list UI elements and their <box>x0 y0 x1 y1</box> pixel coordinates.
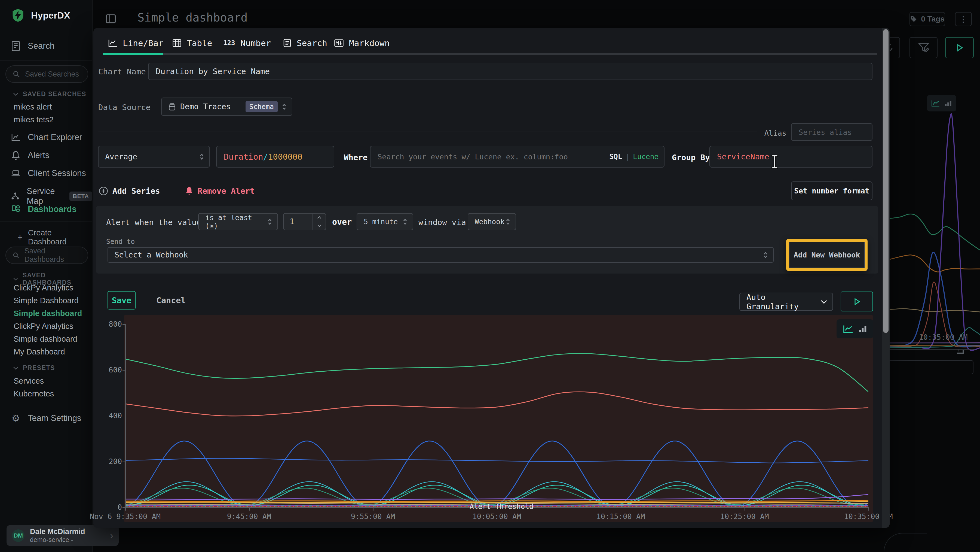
play-icon <box>956 44 964 52</box>
user-subtitle: demo-service - <box>30 536 105 544</box>
alert-threshold-input[interactable] <box>284 214 312 230</box>
dashboard-item-active[interactable]: Simple dashboard <box>14 309 82 318</box>
saved-search-item[interactable]: mikes tets2 <box>14 115 54 124</box>
alert-condition-select[interactable]: is at least (≥) <box>198 213 278 230</box>
saved-searches-header[interactable]: SAVED SEARCHES <box>13 91 86 98</box>
aggregation-select[interactable]: Average <box>98 146 210 168</box>
alias-label: Alias <box>741 129 786 137</box>
line-chart-icon <box>843 325 853 333</box>
data-source-label: Data Source <box>98 103 151 112</box>
set-number-format-button[interactable]: Set number format <box>791 182 872 200</box>
number-icon: 123 <box>223 39 235 47</box>
cancel-button[interactable]: Cancel <box>156 291 186 310</box>
tab-line-bar[interactable]: Line/Bar <box>108 37 163 49</box>
dashboard-item[interactable]: Simple Dashboard <box>14 296 79 305</box>
table-icon <box>173 39 181 48</box>
chart-name-input[interactable] <box>148 63 872 80</box>
background-chart-type-toggle[interactable] <box>927 95 956 112</box>
stepper-down-button[interactable] <box>313 222 326 230</box>
sidebar-item-team-settings[interactable]: ⚙ Team Settings <box>11 413 81 424</box>
preview-chart-type-toggle[interactable] <box>837 319 873 338</box>
saved-dashboards-input[interactable]: Saved Dashboards <box>5 247 88 264</box>
sidebar-item-label: Search <box>28 41 54 51</box>
remove-alert-button[interactable]: Remove Alert <box>185 185 255 197</box>
chevron-down-icon <box>13 278 18 281</box>
expression-input[interactable]: Duration/1000000 <box>216 146 334 168</box>
text-cursor <box>769 154 780 169</box>
lucene-mode-button[interactable]: Lucene <box>633 153 659 161</box>
sidebar-item-search[interactable]: Search <box>11 41 54 51</box>
saved-dashboards-placeholder: Saved Dashboards <box>24 247 81 264</box>
sql-mode-button[interactable]: SQL <box>609 153 622 161</box>
y-axis-tick-label: 200 <box>93 457 122 466</box>
saved-searches-placeholder: Saved Searches <box>25 70 79 78</box>
where-label: Where <box>344 153 368 162</box>
sidebar-item-client-sessions[interactable]: Client Sessions <box>11 168 86 178</box>
dashboard-item[interactable]: My Dashboard <box>14 348 65 356</box>
modal-scrollbar-thumb[interactable] <box>883 29 889 333</box>
webhook-select[interactable]: Select a Webhook <box>108 247 774 263</box>
dashboard-item[interactable]: Simple dashboard <box>14 335 77 343</box>
sidebar-item-chart-explorer[interactable]: Chart Explorer <box>11 132 82 142</box>
x-axis-tick-label: 10:25:00 AM <box>698 512 791 521</box>
dashboard-item[interactable]: ClickPy Analytics <box>14 322 73 331</box>
dashboards-icon <box>11 205 21 214</box>
schema-badge: Schema <box>245 101 278 112</box>
alert-threshold-stepper <box>283 213 326 230</box>
create-dashboard-button[interactable]: + Create Dashboard <box>18 228 92 246</box>
tags-button[interactable]: 0 Tags <box>910 12 945 26</box>
sidebar-collapse-button[interactable] <box>103 11 119 27</box>
database-icon <box>168 103 176 111</box>
presets-header[interactable]: PRESETS <box>13 364 55 372</box>
modal-scrollbar-track[interactable] <box>882 28 889 528</box>
resize-handle-icon[interactable] <box>957 350 964 354</box>
bell-icon <box>11 151 21 160</box>
where-search-input[interactable] <box>377 153 609 161</box>
search-icon <box>13 70 20 78</box>
tab-search[interactable]: Search <box>283 37 327 49</box>
filter-edit-icon <box>918 42 929 53</box>
tab-number[interactable]: 123 Number <box>223 37 271 49</box>
dashboard-item[interactable]: ClickPy Analytics <box>14 283 73 292</box>
alert-window-select[interactable]: 5 minute <box>356 213 413 230</box>
brand-logo[interactable]: HyperDX <box>11 8 70 22</box>
filter-button[interactable] <box>910 37 937 58</box>
sidebar-item-dashboards[interactable]: Dashboards <box>11 204 76 214</box>
group-by-label: Group By <box>672 153 710 162</box>
user-name: Dale McDiarmid <box>30 528 105 536</box>
run-query-background-button[interactable] <box>945 37 974 58</box>
tag-icon <box>910 16 917 22</box>
data-source-select[interactable]: Demo Traces Schema <box>161 97 293 116</box>
add-series-button[interactable]: Add Series <box>99 185 160 197</box>
add-new-webhook-button[interactable]: Add New Webhook <box>789 242 865 268</box>
preset-item[interactable]: Services <box>14 377 44 386</box>
sidebar-item-alerts[interactable]: Alerts <box>11 150 49 160</box>
panel-collapse-icon <box>105 14 116 24</box>
preset-item[interactable]: Kubernetes <box>14 389 54 398</box>
alert-channel-select[interactable]: Webhook <box>468 213 516 230</box>
saved-search-item[interactable]: mikes alert <box>14 102 52 112</box>
chevron-up-down-icon <box>200 153 204 160</box>
tab-markdown[interactable]: Markdown <box>334 37 390 49</box>
chart-name-label: Chart Name <box>98 67 146 76</box>
sidebar-divider <box>0 221 92 222</box>
more-menu-button[interactable]: ⋮ <box>955 12 972 26</box>
chevron-up-down-icon <box>763 252 768 258</box>
run-preview-button[interactable] <box>841 292 873 311</box>
group-by-input[interactable] <box>710 146 872 168</box>
chevron-right-icon: › <box>110 530 113 541</box>
granularity-select[interactable]: Auto Granularity <box>739 293 833 311</box>
save-button[interactable]: Save <box>108 291 135 310</box>
sidebar-item-service-map[interactable]: Service Map BETA <box>11 187 92 206</box>
user-menu[interactable]: DM Dale McDiarmid demo-service - › <box>6 525 119 546</box>
send-to-label: Send to <box>106 238 135 246</box>
x-axis-tick-label: 10:05:00 AM <box>450 512 543 521</box>
beta-badge: BETA <box>69 191 92 201</box>
stepper-up-button[interactable] <box>313 214 326 222</box>
line-chart-icon <box>108 39 117 47</box>
saved-searches-input[interactable]: Saved Searches <box>5 65 88 83</box>
document-list-icon <box>283 39 291 48</box>
series-alias-input[interactable] <box>791 123 872 141</box>
markdown-icon <box>334 39 344 47</box>
tab-table[interactable]: Table <box>173 37 212 49</box>
